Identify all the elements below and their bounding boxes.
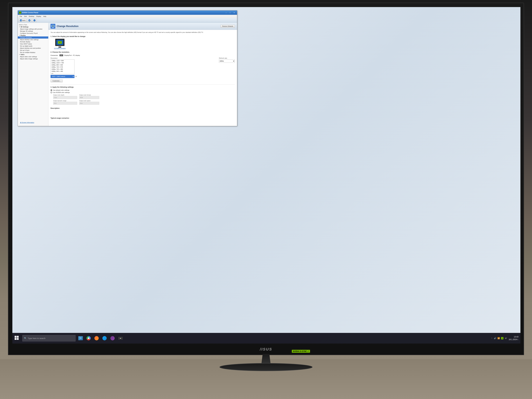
res-item-0[interactable]: 1080p, 1152 × 864 — [51, 60, 74, 62]
restore-defaults-button[interactable]: Restore Defaults — [221, 25, 235, 28]
taskbar: 🔍 Type here to search TV — [12, 333, 520, 343]
display-stand — [58, 47, 61, 48]
sidebar-item-display[interactable]: ▼ Display — [18, 34, 48, 37]
color-space-field: Output color space: — [79, 100, 99, 105]
menu-desktop[interactable]: Desktop — [28, 15, 35, 17]
sidebar-item-video[interactable]: ▼ Video — [18, 53, 48, 56]
display-screen: nV — [56, 40, 63, 45]
dynamic-range-input — [53, 102, 77, 105]
dynamic-range-label: Output dynamic range: — [53, 100, 77, 101]
refresh-col-label: Refresh rate: — [219, 57, 235, 59]
sidebar-item-animate-display[interactable]: Animate display — [18, 41, 48, 43]
connector-label: Connector: — [51, 55, 58, 56]
sidebar-item-desktop-size[interactable]: Adjust desktop size and position — [18, 47, 48, 49]
sidebar-item-gsync[interactable]: Set up G-Sync — [18, 49, 48, 51]
color-space-label: Output color space: — [79, 100, 99, 101]
tree-arrow-video: ▼ — [19, 54, 20, 55]
taskbar-app-tv[interactable]: TV — [77, 335, 84, 342]
res-item-3[interactable]: 1080p, 720 × 576 — [51, 66, 74, 68]
sidebar-item-video-color[interactable]: Adjust video color settings — [18, 56, 48, 58]
minimize-button[interactable]: – — [224, 11, 228, 14]
monitor-base — [219, 363, 313, 371]
resolution-listbox[interactable]: 1080p, 1152 × 864 1080p, 1024 × 768 1080… — [51, 59, 75, 74]
nvidia-logo: nV — [58, 41, 62, 44]
description-heading: Description: — [51, 107, 235, 109]
search-icon: 🔍 — [24, 337, 27, 340]
forward-button[interactable]: ▶ — [27, 19, 32, 22]
native-row: 1920 × 1080 (native) ▼ — [51, 75, 217, 78]
taskbar-app-3[interactable] — [93, 335, 100, 342]
color-depth-field: Output color depth: — [53, 94, 77, 99]
sidebar-label-adjust-image: Adjust image settings with preview — [20, 28, 42, 30]
tv-app-icon: TV — [78, 336, 83, 340]
native-resolution-select[interactable]: 1920 × 1080 (native) — [51, 75, 75, 78]
taskbar-apps: TV ■■ — [77, 335, 124, 342]
typical-usage-section: Typical usage scenarios: — [51, 117, 235, 119]
res-item-1[interactable]: 1080p, 1024 × 768 — [51, 62, 74, 64]
main-layout: Select a Task... ▼ 3D Settings Adjust im… — [18, 23, 237, 126]
close-button[interactable]: ✕ — [232, 11, 236, 14]
gsync-label: NVIDIA G-SYNC ✓ — [293, 350, 309, 352]
home-button[interactable]: ⌂ — [32, 19, 37, 22]
menu-help[interactable]: Help — [42, 15, 47, 17]
connector-value: DisplayPort - PC display — [64, 55, 80, 56]
sidebar-item-multiple-displays[interactable]: Set up multiple displays — [18, 51, 48, 53]
menu-display[interactable]: Display — [35, 15, 42, 17]
content-description: You can adjust the amount of information… — [51, 32, 235, 33]
sidebar-label-3d: 3D Settings — [20, 26, 29, 28]
menu-edit[interactable]: Edit — [23, 15, 28, 17]
sidebar-label-gsync: Set up G-Sync — [20, 50, 30, 51]
content-title-row: Change Resolution — [51, 24, 78, 29]
taskbar-search[interactable]: 🔍 Type here to search — [22, 335, 76, 342]
windows-start-icon — [15, 336, 19, 341]
radio-default-color[interactable] — [51, 89, 52, 91]
sidebar-label-digital-audio: Set up digital audio — [20, 45, 32, 47]
chrome-icon — [86, 336, 91, 340]
tray-expand-icon[interactable]: ^ — [491, 337, 492, 339]
sidebar-item-change-resolution[interactable]: Change resolution — [18, 37, 48, 38]
sidebar-item-digital-audio[interactable]: Set up digital audio — [18, 45, 48, 47]
sidebar-item-adjust-color[interactable]: Adjust desktop color settings — [18, 38, 48, 41]
sidebar-label-desktop-size: Adjust desktop size and position — [20, 47, 41, 49]
tray-clock[interactable]: 13:43 18.1.2024 г. — [509, 336, 519, 341]
back-button[interactable]: ◀ back — [19, 19, 27, 22]
window-controls: – □ ✕ — [224, 11, 236, 14]
res-item-2[interactable]: 1080p, 800 × 600 — [51, 64, 74, 66]
search-placeholder-text: Type here to search — [28, 337, 45, 339]
color-depth-label: Output color depth: — [53, 94, 77, 96]
tray-language[interactable]: БГ — [505, 337, 507, 339]
sidebar-item-adjust-image[interactable]: Adjust image settings with preview — [18, 28, 48, 30]
resolution-col-label: Resolution: — [51, 57, 217, 59]
sidebar-label-animate-display: Animate display — [20, 41, 30, 43]
menu-file[interactable]: File — [19, 15, 23, 17]
volume-icon[interactable]: 🔊 — [494, 337, 496, 339]
sidebar-item-hdcp[interactable]: View HDCP status — [18, 43, 48, 45]
radio-nvidia-color[interactable] — [51, 92, 52, 93]
res-item-4[interactable]: 1080p, 720 × 480 — [51, 68, 74, 70]
display-label[interactable]: LG HDMI Company — [54, 48, 66, 49]
monitor-shell: NV NVIDIA Control Panel – □ ✕ File Edit … — [8, 3, 524, 355]
sidebar-item-3d-settings[interactable]: ▼ 3D Settings — [18, 26, 48, 28]
nvidia-tray-icon[interactable]: N — [501, 337, 503, 339]
tree-arrow-3d: ▼ — [19, 26, 20, 27]
start-button[interactable] — [12, 333, 22, 343]
refresh-rate-select[interactable]: 165Hz — [219, 59, 235, 63]
radio-default-color-label: Use default color settings — [53, 89, 70, 91]
taskbar-app-6[interactable]: ■■ — [117, 335, 124, 342]
sidebar-label-video: Video — [20, 54, 25, 55]
back-icon: ◀ — [20, 19, 22, 21]
sidebar-item-video-image[interactable]: Adjust video image settings — [18, 58, 48, 60]
taskbar-app-5[interactable] — [109, 335, 116, 342]
taskbar-app-chrome[interactable] — [85, 335, 92, 342]
sidebar-item-configure-surround[interactable]: Configure Surround, PhysX — [18, 32, 48, 34]
sidebar-item-manage-3d[interactable]: Manage 3D settings — [18, 30, 48, 32]
res-item-5[interactable]: 1080p, 640 × 480 — [51, 70, 74, 72]
maximize-button[interactable]: □ — [228, 11, 232, 14]
customize-button[interactable]: Customize... — [51, 79, 63, 82]
taskbar-app-4[interactable] — [101, 335, 108, 342]
sidebar-label-manage-3d: Manage 3D settings — [20, 30, 33, 32]
display-selector[interactable]: nV LG HDMI Company — [53, 39, 66, 49]
network-icon[interactable]: 📶 — [497, 337, 500, 339]
app3-icon — [95, 336, 99, 340]
display-icon-large: nV — [55, 39, 64, 46]
